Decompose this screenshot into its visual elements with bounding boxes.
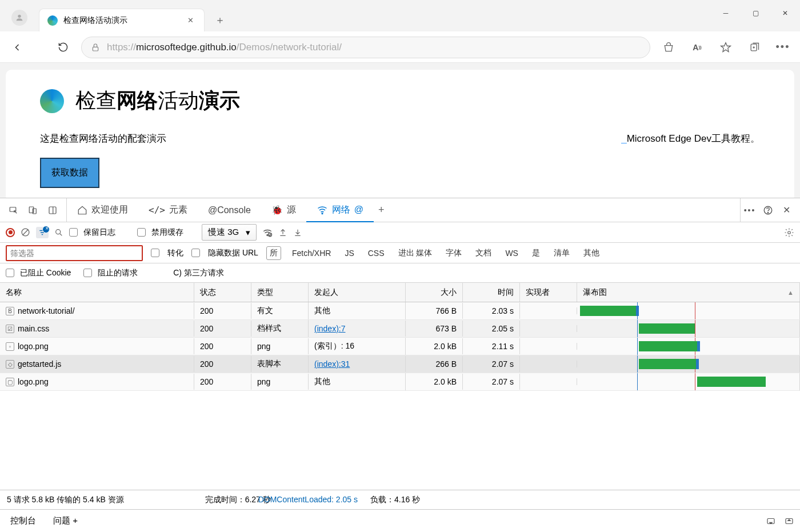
waterfall-cell (577, 373, 800, 390)
tab-network-badge: @ (354, 205, 363, 215)
upload-har-icon[interactable] (278, 228, 287, 237)
col-initiator[interactable]: 发起人 (309, 283, 406, 302)
initiator-link[interactable]: (index):31 (314, 359, 350, 369)
filter-type-js[interactable]: JS (342, 247, 357, 259)
inspect-element-icon[interactable] (5, 201, 23, 219)
more-icon[interactable]: ••• (773, 37, 793, 58)
tab-title: 检查网络活动演示 (63, 15, 179, 26)
table-row[interactable]: Bnetwork-tutorial/200有文其他766 B2.03 s (0, 302, 800, 320)
close-window-button[interactable]: ✕ (770, 0, 800, 26)
device-toggle-icon[interactable] (24, 201, 42, 219)
add-tab-button[interactable]: + (374, 204, 389, 216)
preserve-log-checkbox[interactable] (69, 228, 78, 237)
network-toolbar: 保留日志 禁用缓存 慢速 3G ▾ (0, 222, 800, 243)
tab-elements-label: 元素 (169, 204, 187, 216)
refresh-button[interactable] (53, 37, 73, 58)
devtools-close-icon[interactable]: ✕ (777, 201, 795, 219)
clear-button[interactable] (21, 227, 30, 237)
filter-type-wasm[interactable]: 是 (529, 247, 543, 259)
drawer-dock-icon[interactable] (766, 516, 776, 526)
table-row[interactable]: ☑main.css200档样式(index):7673 B2.05 s (0, 320, 800, 338)
blocked-requests-label: 阻止的请求 (98, 268, 138, 277)
read-aloud-icon[interactable]: A)) (687, 37, 707, 58)
download-har-icon[interactable] (293, 228, 302, 237)
col-waterfall[interactable]: 瀑布图 ▲ (577, 283, 800, 302)
filter-row: 转化 隐藏数据 URL 所 Fetch/XHR JS CSS 进出 媒体 字体 … (0, 243, 800, 263)
collections-icon[interactable] (744, 37, 765, 58)
fetch-data-button[interactable]: 获取数据 (40, 158, 99, 188)
throttling-select[interactable]: 慢速 3G ▾ (202, 224, 257, 241)
network-settings-icon[interactable] (784, 227, 794, 238)
tab-welcome[interactable]: 欢迎使用 (67, 198, 138, 222)
waterfall-cell (577, 302, 800, 319)
initiator-link: 其他 (314, 377, 330, 387)
table-row[interactable]: ▢logo.png200png其他2.0 kB2.07 s (0, 373, 800, 391)
filter-type-all[interactable]: 所 (266, 246, 281, 260)
close-tab-icon[interactable]: ✕ (185, 14, 196, 27)
dock-side-icon[interactable] (43, 201, 62, 219)
new-tab-button[interactable]: ＋ (205, 9, 235, 31)
filter-type-ws[interactable]: WS (502, 247, 521, 259)
record-button[interactable] (6, 228, 15, 237)
col-name[interactable]: 名称 (0, 283, 194, 302)
filter-type-fetch[interactable]: Fetch/XHR (289, 247, 334, 259)
file-type-icon: ▢ (6, 378, 14, 386)
col-status[interactable]: 状态 (194, 283, 251, 302)
page-tutorial-link[interactable]: _Microsoft Edge Dev工具教程。 (621, 132, 760, 145)
filter-type-font[interactable]: 字体 (443, 247, 465, 259)
url-text: https://microsoftedge.github.io/Demos/ne… (107, 42, 342, 53)
svg-point-20 (788, 231, 791, 234)
col-type[interactable]: 类型 (251, 283, 309, 302)
initiator-link[interactable]: (index):7 (314, 324, 345, 333)
summary-load: 负载：4.16 秒 (370, 495, 420, 505)
filter-type-css[interactable]: CSS (365, 247, 387, 259)
table-row[interactable]: ◇getstarted.js200表脚本(index):31266 B2.07 … (0, 355, 800, 373)
wifi-icon (317, 204, 328, 215)
browser-tab[interactable]: 检查网络活动演示 ✕ (39, 9, 205, 31)
filter-row-2: 已阻止 Cookie 阻止的请求 C) 第三方请求 (0, 263, 800, 283)
tab-sources[interactable]: 🐞 源 (261, 198, 306, 222)
shopping-icon[interactable] (658, 37, 679, 58)
tab-console[interactable]: @Console (198, 198, 261, 222)
chevron-down-icon: ▾ (246, 227, 250, 238)
blocked-requests-checkbox[interactable] (83, 269, 92, 277)
maximize-button[interactable]: ▢ (741, 0, 770, 26)
blocked-cookies-checkbox[interactable] (6, 269, 14, 277)
preserve-log-label: 保留日志 (83, 227, 115, 238)
filter-type-doc[interactable]: 文档 (473, 247, 494, 259)
initiator-link: 其他 (314, 306, 330, 316)
lock-icon (91, 43, 100, 52)
disable-cache-checkbox[interactable] (137, 228, 146, 237)
filter-toggle-icon[interactable] (36, 227, 49, 238)
col-fulfilled[interactable]: 实现者 (520, 283, 577, 302)
filter-input[interactable] (6, 245, 143, 261)
filter-type-img[interactable]: 进出 媒体 (395, 247, 435, 259)
devtools-help-icon[interactable] (759, 201, 777, 219)
filter-type-manifest[interactable]: 清单 (551, 247, 573, 259)
profile-avatar-icon[interactable] (11, 10, 27, 26)
edge-logo-icon (47, 15, 58, 26)
back-button[interactable] (7, 37, 27, 58)
filter-type-other[interactable]: 其他 (581, 247, 602, 259)
col-time[interactable]: 时间 (463, 283, 520, 302)
drawer-expand-icon[interactable] (784, 516, 794, 526)
favorites-icon[interactable] (715, 37, 736, 58)
svg-rect-1 (93, 47, 98, 51)
blocked-cookies-label: 已阻止 Cookie (20, 268, 71, 277)
tab-elements[interactable]: </> 元素 (138, 198, 198, 222)
network-conditions-icon[interactable] (262, 227, 273, 238)
network-table: 名称 状态 类型 发起人 大小 时间 实现者 瀑布图 ▲ Bnetwork-tu… (0, 283, 800, 490)
drawer-tab-issues[interactable]: 问题 + (49, 512, 82, 530)
devtools-more-icon[interactable]: ••• (741, 201, 759, 219)
drawer-tab-console[interactable]: 控制台 (6, 512, 41, 530)
search-icon[interactable] (54, 228, 63, 237)
col-size[interactable]: 大小 (406, 283, 463, 302)
hide-data-url-checkbox[interactable] (191, 249, 200, 257)
minimize-button[interactable]: ─ (711, 0, 741, 26)
table-row[interactable]: ▫logo.png200png(索引）: 162.0 kB2.11 s (0, 338, 800, 355)
summary-requests: 5 请求 5.8 kB 传输的 5.4 kB 资源 (7, 495, 124, 505)
tab-network[interactable]: 网络 @ (306, 199, 374, 222)
address-bar[interactable]: https://microsoftedge.github.io/Demos/ne… (81, 37, 650, 58)
svg-line-17 (60, 234, 62, 235)
invert-checkbox[interactable] (151, 249, 159, 257)
